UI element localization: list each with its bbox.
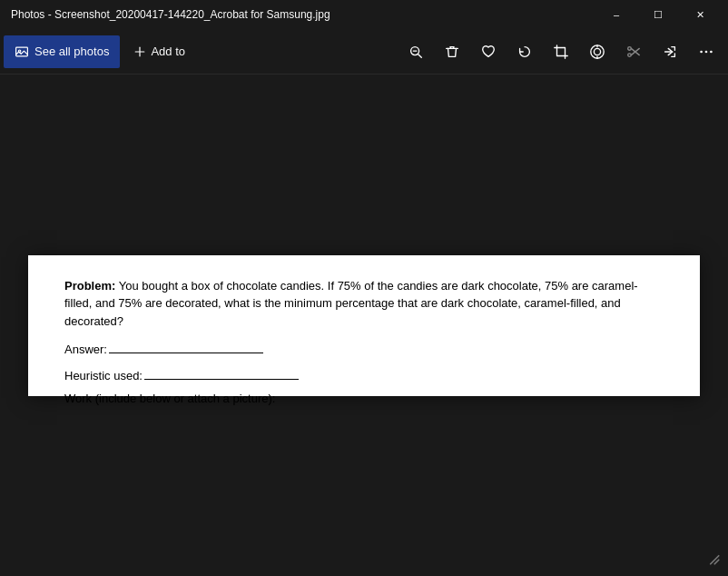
more-button[interactable] <box>688 34 724 70</box>
add-to-label: Add to <box>151 45 185 58</box>
favorite-button[interactable] <box>470 34 507 70</box>
toolbar: See all photos Add to <box>0 29 728 74</box>
heart-icon <box>480 44 497 60</box>
rotate-button[interactable] <box>507 34 543 70</box>
photos-icon <box>15 45 29 59</box>
svg-line-5 <box>418 54 422 57</box>
edit-button[interactable] <box>615 34 652 70</box>
see-all-photos-button[interactable]: See all photos <box>4 35 120 68</box>
minimize-button[interactable]: – <box>595 0 637 29</box>
svg-point-20 <box>705 50 708 53</box>
crop-icon <box>553 44 569 60</box>
main-content: Problem: You bought a box of chocolate c… <box>0 74 728 576</box>
answer-line: Answer: <box>64 339 664 356</box>
crop-button[interactable] <box>543 34 579 70</box>
heuristic-field <box>144 365 299 380</box>
svg-line-22 <box>711 556 719 564</box>
svg-point-21 <box>710 50 713 53</box>
scissors-icon <box>625 44 642 60</box>
rotate-icon <box>516 44 533 60</box>
add-to-button[interactable]: Add to <box>123 35 194 68</box>
zoom-icon <box>408 44 424 60</box>
problem-label: Problem: <box>64 279 115 293</box>
svg-point-12 <box>594 48 600 55</box>
heuristic-label: Heuristic used: <box>64 369 143 382</box>
svg-line-23 <box>714 560 719 564</box>
maximize-button[interactable]: ☐ <box>637 0 679 29</box>
delete-button[interactable] <box>434 34 470 70</box>
heuristic-line: Heuristic used: <box>64 365 664 382</box>
window-title: Photos - Screenshot_20200417-144220_Acro… <box>7 8 330 21</box>
resize-handle[interactable] <box>704 550 721 569</box>
answer-field <box>109 339 263 353</box>
zoom-button[interactable] <box>398 34 434 70</box>
problem-text: Problem: You bought a box of chocolate c… <box>64 277 664 331</box>
work-label: Work (include below or attach a picture)… <box>64 392 275 405</box>
enhance-button[interactable] <box>579 34 615 70</box>
svg-rect-0 <box>16 47 28 56</box>
delete-icon <box>444 44 460 60</box>
enhance-icon <box>589 44 605 60</box>
window-controls: – ☐ ✕ <box>595 0 721 29</box>
share-icon <box>662 44 678 60</box>
document-image: Problem: You bought a box of chocolate c… <box>28 255 700 396</box>
work-line: Work (include below or attach a picture)… <box>64 392 664 405</box>
more-icon <box>698 44 714 60</box>
answer-label: Answer: <box>64 343 107 356</box>
title-bar: Photos - Screenshot_20200417-144220_Acro… <box>0 0 728 29</box>
svg-point-19 <box>700 50 703 53</box>
close-button[interactable]: ✕ <box>679 0 721 29</box>
share-button[interactable] <box>652 34 688 70</box>
problem-body: You bought a box of chocolate candies. I… <box>64 279 638 328</box>
plus-icon <box>133 45 147 59</box>
see-all-photos-label: See all photos <box>34 45 109 58</box>
